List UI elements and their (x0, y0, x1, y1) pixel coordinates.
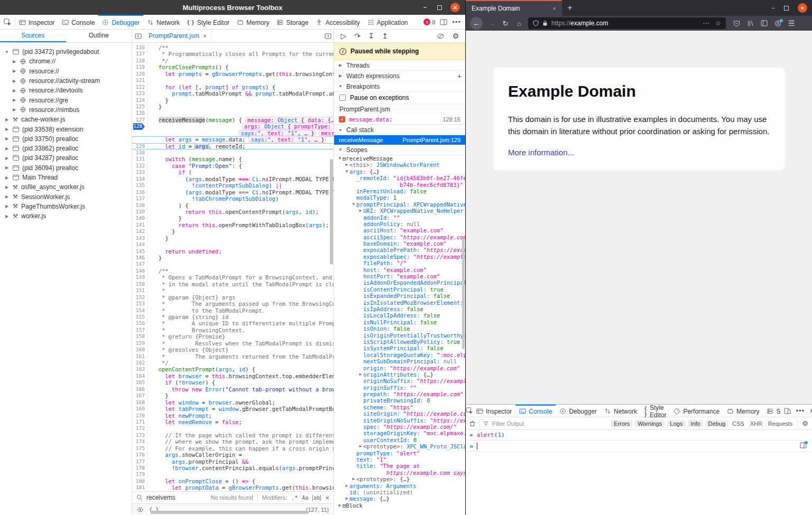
chevron-right-icon[interactable]: ▶ (4, 214, 10, 219)
source-tree-item[interactable]: ▶⚒SessionWorker.js (0, 192, 132, 201)
editor-vertical-scrollbar[interactable] (330, 159, 333, 265)
step-out-button[interactable]: ↥ (379, 31, 391, 41)
chevron-right-icon[interactable]: ▶ (4, 185, 10, 190)
minimize-icon[interactable]: − (421, 4, 429, 11)
line-number[interactable]: 148 (132, 268, 148, 274)
devtools-tab-inspector[interactable]: Inspector (473, 405, 515, 417)
search-input[interactable]: receivems (146, 494, 176, 501)
resume-button[interactable]: ▷ (337, 31, 350, 41)
case-modifier-icon[interactable]: Aa (302, 495, 308, 501)
line-number[interactable]: 144 (132, 241, 148, 248)
scope-row[interactable]: hostPort: "example.com" (334, 273, 465, 279)
console-input-row[interactable]: » (466, 441, 812, 452)
scope-row[interactable]: isContentPrincipal: true (334, 286, 465, 293)
chevron-right-icon[interactable]: ▶ (337, 502, 343, 509)
scope-row[interactable]: isScriptAllowedByPolicy: true (334, 339, 465, 345)
regex-modifier-icon[interactable]: .* (291, 495, 298, 501)
source-tree-item[interactable]: ▶(pid 36094) prealloc (0, 163, 132, 173)
maximize-icon[interactable] (784, 6, 789, 11)
scope-row[interactable]: promptType: "alert" (334, 450, 465, 456)
scope-row[interactable]: ▶message: {…} (334, 495, 465, 502)
scope-row[interactable]: nextSubDomainPrincipal: null (334, 358, 465, 364)
scope-row[interactable]: addonId: "" (334, 214, 465, 221)
chevron-right-icon[interactable]: ▶ (4, 117, 10, 122)
line-number[interactable]: 117 (132, 51, 148, 57)
breakpoint-checkbox[interactable]: ✓ (339, 116, 345, 123)
scope-row[interactable]: baseDomain: "example.com" (334, 240, 465, 247)
scope-row[interactable]: isExpandedPrincipal: false (334, 293, 465, 299)
line-number[interactable]: 161 (132, 353, 148, 360)
source-tree-item[interactable]: ▶⚒PageThumbsWorker.js (0, 202, 132, 211)
scope-row[interactable]: host: "example.com" (334, 267, 465, 273)
source-tree-item[interactable]: ▶chrome:// (0, 57, 132, 66)
scope-row[interactable]: ▶<prototype>: XPC_WN_Proto_JSClass (334, 443, 465, 450)
devtools-close-icon[interactable]: ✕ (809, 407, 812, 415)
line-number[interactable]: 169 (132, 406, 148, 412)
back-button[interactable]: ← (470, 17, 483, 30)
source-tree-item[interactable]: ▶resource:// (0, 67, 132, 76)
split-console-icon[interactable] (440, 19, 447, 25)
line-number[interactable]: 143 (132, 235, 148, 241)
scope-row[interactable]: ▶<prototype>: {…} (334, 476, 465, 482)
step-over-button[interactable]: ↷ (351, 31, 364, 41)
scope-row[interactable]: asciiSpec: "https://example.com/" (334, 234, 465, 240)
source-tree-item[interactable]: ▶resource://gre (0, 95, 132, 105)
line-number[interactable]: 180 (132, 478, 148, 484)
responsive-design-icon[interactable] (784, 408, 791, 414)
filter-css[interactable]: CSS (731, 420, 746, 427)
search-close-icon[interactable]: × (325, 494, 329, 502)
scopes-scrollbar[interactable] (462, 238, 465, 349)
devtools-tab-network[interactable]: Network (601, 405, 641, 417)
line-number[interactable]: 152 (132, 294, 148, 301)
url-bar[interactable]: https://example.com ⋯ ☆ (528, 17, 726, 29)
chevron-right-icon[interactable]: ▶ (4, 127, 10, 132)
line-number[interactable]: 134 (132, 176, 148, 182)
scope-row[interactable]: isOriginPotentiallyTrustworthy: true (334, 332, 465, 339)
line-number[interactable]: 119 (132, 64, 148, 70)
line-number[interactable]: 181 (132, 484, 148, 491)
devtools-tab-memory[interactable]: Memory (723, 405, 763, 417)
scope-row[interactable]: filePath: "/" (334, 260, 465, 266)
hamburger-menu-icon[interactable]: ☰ (788, 19, 795, 27)
breakpoint-row[interactable]: ✓ message.data; 128:15 (334, 114, 465, 125)
scope-row[interactable]: isInIsolatedMozBrowserElement: false (334, 299, 465, 306)
filter-chip-warnings[interactable]: Warnings (635, 420, 665, 427)
line-number[interactable]: 175 (132, 445, 148, 452)
chevron-right-icon[interactable]: ▶ (4, 156, 10, 161)
line-number[interactable]: 142 (132, 228, 148, 235)
ignore-source-button[interactable] (434, 31, 447, 41)
line-number[interactable]: 163 (132, 366, 148, 372)
line-number[interactable]: 178 (132, 465, 148, 471)
line-number[interactable]: 122 (132, 84, 148, 90)
blackbox-eye-icon[interactable] (137, 507, 144, 512)
toolbox-tab-console[interactable]: Console (58, 15, 98, 29)
line-number[interactable]: 177 (132, 458, 148, 465)
line-number[interactable]: 123 (132, 90, 148, 97)
scope-row[interactable]: isAddonOrExpandedAddonPrincipal: false (334, 279, 465, 286)
line-number[interactable]: 155 (132, 314, 148, 320)
line-number[interactable]: 174 (132, 438, 148, 445)
split-console-icon[interactable] (800, 442, 807, 448)
toolbox-tab-network[interactable]: Network (143, 15, 183, 29)
callstack-section-header[interactable]: ▼ Call stack (334, 125, 465, 135)
toolbox-tab-accessibility[interactable]: Accessibility (312, 15, 363, 29)
filter-chip-errors[interactable]: Errors (611, 420, 632, 427)
scope-row[interactable]: ▶<this>: JSWindowActorParent (334, 162, 465, 168)
filter-chip-logs[interactable]: Logs (667, 420, 685, 427)
meatball-menu-icon[interactable]: ••• (452, 18, 461, 26)
scope-row[interactable]: title: "The page at (334, 463, 465, 469)
line-number[interactable]: 158 (132, 333, 148, 340)
chevron-right-icon[interactable]: ▶ (344, 495, 349, 502)
line-number[interactable]: 140 (132, 215, 148, 221)
scope-row[interactable]: ▼⊟receiveMessage (334, 155, 465, 162)
pick-element-button[interactable] (0, 15, 15, 29)
console-command-row[interactable]: » alert(1) (466, 430, 812, 441)
chevron-right-icon[interactable]: ▶ (12, 59, 17, 64)
scope-row[interactable]: id: (uninitialized) (334, 489, 465, 495)
scope-row[interactable]: addonPolicy: null (334, 221, 465, 227)
line-number[interactable]: 133 (132, 169, 148, 175)
line-number[interactable]: 127 (132, 117, 148, 123)
scope-row[interactable]: userContextId: 0 (334, 437, 465, 443)
chevron-right-icon[interactable]: ▶ (4, 175, 10, 180)
filter-xhr[interactable]: XHR (749, 420, 764, 427)
